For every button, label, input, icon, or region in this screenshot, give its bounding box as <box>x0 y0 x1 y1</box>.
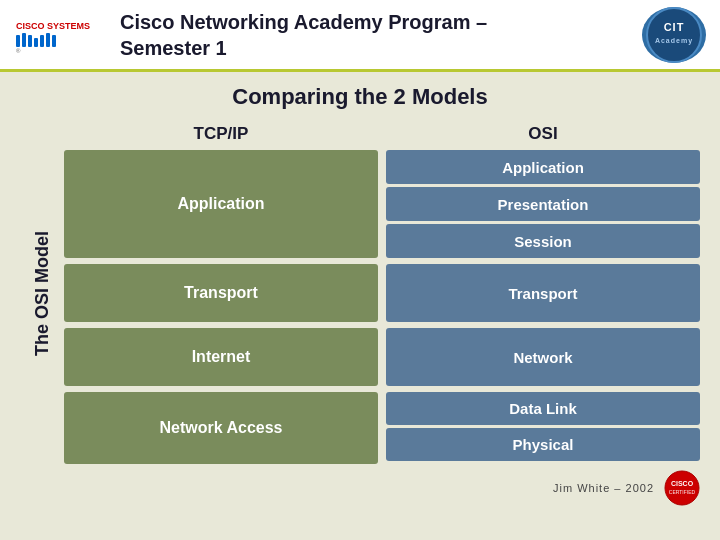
table-area: TCP/IP OSI Application Transport Interne… <box>64 124 700 464</box>
tcp-transport-box: Transport <box>64 264 378 322</box>
footer: Jim White – 2002 CISCO CERTIFIED <box>20 470 700 506</box>
svg-rect-7 <box>52 35 56 47</box>
svg-rect-6 <box>46 33 50 47</box>
main-content: Comparing the 2 Models The OSI Model TCP… <box>0 72 720 540</box>
osi-network-box: Network <box>386 328 700 386</box>
osi-column-header: OSI <box>386 124 700 144</box>
osi-link-group: Data Link Physical <box>386 392 700 464</box>
tcp-column: Application Transport Internet Network A… <box>64 150 378 464</box>
osi-presentation-box: Presentation <box>386 187 700 221</box>
tcp-internet-box: Internet <box>64 328 378 386</box>
svg-rect-5 <box>40 35 44 47</box>
tcp-column-header: TCP/IP <box>64 124 378 144</box>
cisco-logo-area: CISCO SYSTEMS ® <box>14 15 104 55</box>
svg-rect-1 <box>16 35 20 47</box>
svg-point-12 <box>665 471 699 505</box>
osi-label-column: The OSI Model <box>20 124 64 464</box>
svg-text:CISCO: CISCO <box>671 480 694 487</box>
cisco-logo: CISCO SYSTEMS ® <box>14 15 104 55</box>
osi-session-box: Session <box>386 224 700 258</box>
svg-text:CISCO SYSTEMS: CISCO SYSTEMS <box>16 21 90 31</box>
svg-rect-2 <box>22 33 26 47</box>
svg-rect-4 <box>34 38 38 47</box>
osi-transport-box: Transport <box>386 264 700 322</box>
header-title: Cisco Networking Academy Program – Semes… <box>120 9 642 61</box>
tcp-application-box: Application <box>64 150 378 258</box>
tcp-network-access-box: Network Access <box>64 392 378 464</box>
comparison-container: The OSI Model TCP/IP OSI Application Tra… <box>20 124 700 464</box>
osi-application-box: Application <box>386 150 700 184</box>
page-title: Comparing the 2 Models <box>232 84 487 110</box>
osi-column: Application Presentation Session Transpo… <box>386 150 700 464</box>
svg-rect-3 <box>28 35 32 47</box>
svg-text:Academy: Academy <box>655 37 693 45</box>
column-headers: TCP/IP OSI <box>64 124 700 144</box>
svg-point-9 <box>647 8 701 62</box>
svg-text:CIT: CIT <box>664 21 685 33</box>
cert-logo: CIT Academy <box>642 7 706 63</box>
osi-app-group: Application Presentation Session <box>386 150 700 258</box>
osi-model-label: The OSI Model <box>32 231 53 356</box>
rows-area: Application Transport Internet Network A… <box>64 150 700 464</box>
svg-text:CERTIFIED: CERTIFIED <box>669 489 696 495</box>
osi-data-link-box: Data Link <box>386 392 700 425</box>
osi-physical-box: Physical <box>386 428 700 461</box>
svg-text:®: ® <box>16 48 21 54</box>
header: CISCO SYSTEMS ® Cisco Networking Academy… <box>0 0 720 72</box>
footer-cisco-logo: CISCO CERTIFIED <box>664 470 700 506</box>
footer-text: Jim White – 2002 <box>553 482 654 494</box>
